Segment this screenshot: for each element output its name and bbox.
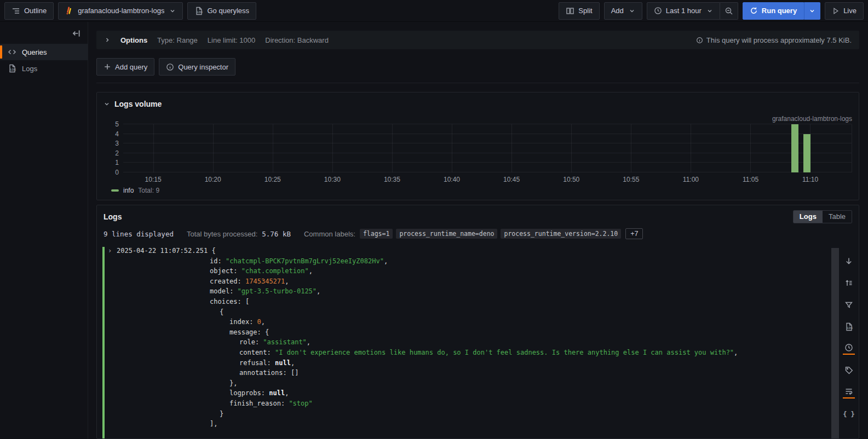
log-json-line: created: 1745345271, — [108, 276, 859, 287]
logs-volume-title: Logs volume — [114, 100, 162, 108]
wrap-lines-button[interactable] — [842, 382, 855, 403]
legend-series-name[interactable]: info — [123, 187, 134, 194]
log-json-lines: id: "chatcmpl-BPCK7pvtnBm7gLrvj52eeIyZ08… — [108, 256, 859, 429]
logs-volume-header[interactable]: Logs volume — [104, 96, 852, 112]
clock-icon — [654, 7, 662, 15]
y-tick-label: 5 — [115, 120, 119, 128]
log-json-line: { — [108, 307, 859, 317]
sidebar-item-label: Logs — [22, 65, 37, 73]
unique-labels-button[interactable] — [842, 360, 855, 382]
datasource-name: grafanacloud-lambtron-logs — [78, 7, 164, 15]
log-json-line: content: "I don't experience emotions li… — [108, 348, 859, 358]
volume-bar[interactable] — [803, 134, 810, 172]
arrow-down-icon — [844, 257, 853, 265]
sidebar-item-label: Queries — [22, 48, 47, 56]
common-label-chip: process_runtime_version=2.2.10 — [501, 229, 621, 239]
x-tick-label: 10:25 — [265, 176, 281, 183]
log-row[interactable]: ›2025-04-22 11:07:52.251 { id: "chatcmpl… — [102, 246, 859, 429]
x-tick-label: 10:35 — [384, 176, 400, 183]
chevron-down-icon — [706, 8, 713, 14]
x-tick-label: 10:20 — [205, 176, 221, 183]
collapse-sidebar-icon[interactable] — [71, 28, 81, 38]
log-row-first-line: ›2025-04-22 11:07:52.251 { — [108, 246, 859, 256]
filter-button[interactable] — [842, 294, 855, 316]
log-json-line: model: "gpt-3.5-turbo-0125", — [108, 286, 859, 297]
chevron-right-icon — [104, 37, 111, 43]
chart-y-labels: 012345 — [104, 124, 123, 172]
run-query-caret-button[interactable] — [804, 2, 820, 20]
log-timestamp: 2025-04-22 11:07:52.251 — [117, 246, 208, 256]
logs-panel-title: Logs — [104, 212, 122, 221]
outline-label: Outline — [24, 7, 47, 15]
query-cost-text: This query will process approximately 7.… — [706, 36, 852, 44]
total-bytes-label: Total bytes processed: — [187, 230, 257, 238]
logs-panel-header: Logs Logs Table — [97, 209, 859, 225]
options-title: Options — [120, 36, 147, 44]
query-inspector-button[interactable]: Query inspector — [159, 58, 235, 76]
live-label: Live — [843, 7, 856, 15]
log-json-line: object: "chat.completion", — [108, 266, 859, 276]
legend-swatch — [111, 189, 119, 192]
time-range-button[interactable]: Last 1 hour — [647, 2, 720, 20]
zoom-out-time-button[interactable] — [720, 2, 738, 20]
log-json-line: ], — [108, 419, 859, 429]
split-icon — [566, 7, 574, 15]
go-queryless-button[interactable]: LOG Go queryless — [187, 2, 256, 20]
clock-icon — [844, 343, 853, 352]
logs-volume-panel: Logs volume grafanacloud-lambtron-logs 0… — [96, 92, 859, 200]
x-tick-label: 10:40 — [444, 176, 460, 183]
live-button[interactable]: Live — [825, 2, 864, 20]
split-button[interactable]: Split — [559, 2, 599, 20]
scroll-to-bottom-button[interactable] — [842, 250, 855, 272]
logs-meta-row: 9 lines displayed Total bytes processed:… — [97, 225, 859, 241]
x-tick-label: 10:55 — [623, 176, 639, 183]
deduplication-button[interactable]: LOG — [842, 316, 855, 338]
volume-bar[interactable] — [791, 124, 798, 172]
info-circle-icon — [696, 37, 703, 44]
braces-icon: { } — [843, 411, 855, 418]
sidebar-item-logs[interactable]: LOG Logs — [0, 60, 88, 77]
svg-text:LOG: LOG — [10, 68, 16, 71]
log-open-brace: { — [208, 246, 215, 256]
sidebar-item-queries[interactable]: Queries — [0, 44, 88, 60]
x-tick-label: 11:10 — [802, 176, 818, 183]
prettify-json-button[interactable]: { } — [842, 403, 855, 425]
show-time-button[interactable] — [842, 338, 855, 360]
chevron-down-icon — [169, 8, 176, 14]
play-icon — [832, 7, 840, 15]
query-inspector-label: Query inspector — [178, 63, 228, 71]
toggle-logs[interactable]: Logs — [794, 211, 823, 223]
datasource-picker[interactable]: grafanacloud-lambtron-logs — [58, 2, 183, 20]
log-json-line: message: { — [108, 327, 859, 338]
logs-view-toggle: Logs Table — [793, 210, 852, 223]
toggle-table[interactable]: Table — [823, 211, 852, 223]
logs-panel: Logs Logs Table 9 lines displayed Total … — [96, 205, 859, 439]
lines-displayed: 9 lines displayed — [104, 230, 174, 238]
chart-plot[interactable] — [123, 124, 852, 172]
add-button[interactable]: Add — [604, 2, 642, 20]
more-labels-button[interactable]: +7 — [625, 228, 643, 239]
log-json-line: annotations: [] — [108, 368, 859, 378]
total-bytes-value: 5.76 kB — [262, 230, 291, 238]
logs-scrollbar[interactable] — [831, 248, 839, 438]
zoom-out-icon — [725, 7, 733, 15]
run-query-button[interactable]: Run query — [743, 2, 804, 20]
chart-legend: info Total: 9 — [111, 187, 852, 194]
add-query-button[interactable]: Add query — [96, 58, 154, 76]
outline-button[interactable]: Outline — [4, 2, 54, 20]
sort-order-button[interactable] — [842, 272, 855, 294]
common-labels-label: Common labels: — [304, 230, 355, 238]
query-options-bar[interactable]: Options Type: Range Line limit: 1000 Dir… — [96, 31, 859, 49]
query-cost-info: This query will process approximately 7.… — [696, 36, 852, 44]
y-tick-label: 1 — [115, 159, 119, 166]
x-tick-label: 10:30 — [324, 176, 341, 183]
time-range-label: Last 1 hour — [666, 7, 702, 15]
wrap-lines-icon — [844, 387, 853, 396]
chevron-down-icon — [629, 8, 635, 14]
top-toolbar: Outline grafanacloud-lambtron-logs LOG G… — [0, 0, 868, 22]
expand-log-row-icon[interactable]: › — [108, 246, 117, 256]
log-json-line: id: "chatcmpl-BPCK7pvtnBm7gLrvj52eeIyZ08… — [108, 256, 859, 267]
loki-datasource-icon — [65, 7, 74, 15]
log-json-line: }, — [108, 378, 859, 389]
time-picker-group: Last 1 hour — [647, 2, 738, 20]
